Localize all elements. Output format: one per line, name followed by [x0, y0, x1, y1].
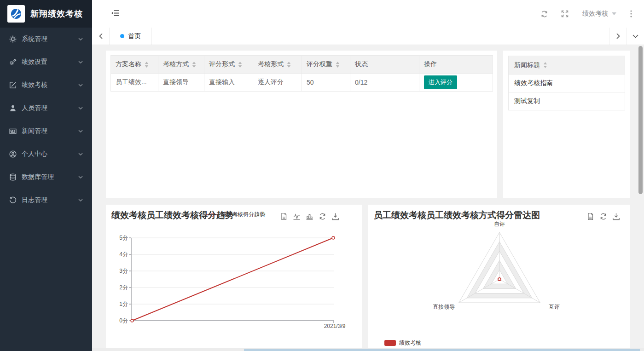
trend-chart-card: 绩效考核员工绩效考核得分趋势 绩效考核得分趋势: [106, 205, 362, 351]
radar-chart-title: 员工绩效考核员工绩效考核方式得分雷达图: [374, 209, 540, 221]
sort-icon[interactable]: [543, 62, 547, 68]
sidebar-item-label: 新闻管理: [22, 127, 47, 135]
indent-icon: [111, 10, 120, 17]
chevron-down-icon: [78, 130, 83, 132]
column-header[interactable]: 考核形式: [253, 56, 302, 74]
news-header-row: 新闻标题: [509, 56, 625, 75]
brand-logo: [7, 5, 25, 23]
news-row[interactable]: 测试复制: [509, 92, 625, 110]
sidebar-item-performance-review[interactable]: 绩效考核: [0, 74, 92, 97]
sidebar-item-database[interactable]: 数据库管理: [0, 166, 92, 189]
switch-line-chart-icon[interactable]: [293, 213, 301, 220]
chevron-left-icon: [99, 33, 103, 39]
cell-score-weight: 50: [302, 74, 350, 92]
sort-icon[interactable]: [287, 62, 291, 68]
plan-table-header-row: 方案名称 考核方式 评分形式 考核形式 评分权重 状态 操作: [111, 56, 493, 74]
more-menu-button[interactable]: [624, 10, 638, 17]
swirl-logo-icon: [9, 7, 23, 21]
topbar-right: 绩效考核: [534, 0, 638, 28]
refresh-button[interactable]: [534, 10, 555, 18]
profile-icon: [9, 150, 17, 158]
radar-chart-legend[interactable]: 绩效考核: [384, 339, 421, 347]
sidebar-collapse-button[interactable]: [111, 10, 120, 18]
cell-score-form: 直接输入: [204, 74, 253, 92]
column-header[interactable]: 考核方式: [158, 56, 204, 74]
sidebar-menu: 系统管理 绩效设置 绩效考核: [0, 28, 92, 212]
restore-icon[interactable]: [599, 213, 607, 220]
vertical-scrollbar[interactable]: [637, 45, 644, 351]
download-icon[interactable]: [612, 213, 620, 220]
user-name: 绩效考核: [582, 10, 608, 18]
enter-scoring-button[interactable]: 进入评分: [424, 75, 457, 89]
cell-review-form: 逐人评分: [253, 74, 302, 92]
sidebar-item-label: 数据库管理: [22, 173, 54, 181]
database-icon: [9, 173, 17, 181]
tabs-menu-button[interactable]: [627, 28, 644, 45]
y-axis-tick-label: 0分: [106, 317, 128, 325]
sort-icon[interactable]: [336, 62, 340, 68]
fullscreen-button[interactable]: [555, 10, 575, 17]
kebab-icon: [630, 10, 632, 17]
legend-label: 绩效考核: [399, 339, 421, 347]
news-row[interactable]: 绩效考核指南: [509, 75, 625, 92]
chevron-down-icon: [78, 61, 83, 63]
column-header: 操作: [419, 56, 493, 74]
news-icon: [9, 127, 17, 135]
sort-icon[interactable]: [238, 62, 242, 68]
sort-icon[interactable]: [192, 62, 196, 68]
sidebar-item-label: 个人中心: [22, 150, 47, 158]
download-icon[interactable]: [331, 213, 339, 220]
restore-icon[interactable]: [319, 213, 326, 220]
news-item-title[interactable]: 测试复制: [509, 92, 625, 110]
sidebar-item-label: 系统管理: [22, 35, 47, 43]
sidebar-item-label: 日志管理: [22, 196, 47, 204]
cogs-icon: [9, 58, 17, 66]
tabs-scroll-left-button[interactable]: [92, 28, 110, 45]
news-item-title[interactable]: 绩效考核指南: [509, 75, 625, 92]
y-axis-tick-label: 1分: [106, 300, 128, 308]
y-axis-tick-label: 2分: [106, 284, 128, 292]
column-header: 状态: [350, 56, 419, 74]
sidebar-item-personnel[interactable]: 人员管理: [0, 97, 92, 120]
data-view-icon[interactable]: [586, 213, 594, 220]
user-menu[interactable]: 绩效考核: [575, 10, 624, 18]
chevron-down-icon: [78, 199, 83, 201]
user-icon: [9, 104, 17, 112]
tab-home[interactable]: 首页: [110, 28, 152, 45]
vertical-scrollbar-thumb[interactable]: [638, 46, 643, 194]
tabs-scroll-right-button[interactable]: [609, 28, 627, 45]
logo-band: 新翔绩效考核: [0, 0, 92, 28]
table-row: 员工绩效... 直接领导 直接输入 逐人评分 50 0/12 进入评分: [111, 74, 493, 92]
news-card: 新闻标题 绩效考核指南 测试复制: [503, 51, 630, 198]
news-column-header[interactable]: 新闻标题: [509, 56, 625, 75]
column-header[interactable]: 评分形式: [204, 56, 253, 74]
sidebar: 新翔绩效考核 系统管理 绩效设置: [0, 0, 92, 351]
horizontal-scrollbar[interactable]: [92, 348, 644, 351]
chevron-right-icon: [616, 33, 620, 39]
radar-indicator-peer: 互评: [549, 303, 560, 311]
sidebar-item-logs[interactable]: 日志管理: [0, 189, 92, 212]
sidebar-item-news[interactable]: 新闻管理: [0, 120, 92, 143]
radar-indicator-leader: 直接领导: [433, 303, 455, 311]
refresh-icon: [540, 10, 548, 18]
sidebar-item-system[interactable]: 系统管理: [0, 28, 92, 51]
column-header[interactable]: 评分权重: [302, 56, 350, 74]
app-root: 新翔绩效考核 系统管理 绩效设置: [0, 0, 644, 351]
tabbar: 首页: [92, 28, 644, 45]
main-area: 绩效考核 首页: [92, 0, 644, 351]
plan-table: 方案名称 考核方式 评分形式 考核形式 评分权重 状态 操作 员工绩效... 直…: [110, 55, 493, 92]
chevron-down-icon: [78, 84, 83, 86]
active-tab-dot: [120, 34, 124, 38]
data-view-icon[interactable]: [280, 213, 288, 220]
switch-bar-chart-icon[interactable]: [306, 213, 313, 220]
sidebar-item-profile[interactable]: 个人中心: [0, 143, 92, 166]
column-header[interactable]: 方案名称: [111, 56, 158, 74]
caret-down-icon: [612, 12, 616, 15]
chevron-down-icon: [78, 38, 83, 40]
sort-icon[interactable]: [145, 62, 149, 68]
sidebar-item-performance-settings[interactable]: 绩效设置: [0, 51, 92, 74]
horizontal-scrollbar-thumb[interactable]: [244, 349, 640, 351]
edit-icon: [9, 81, 17, 89]
topbar: 绩效考核: [92, 0, 644, 28]
radar-toolbox: [586, 213, 620, 220]
